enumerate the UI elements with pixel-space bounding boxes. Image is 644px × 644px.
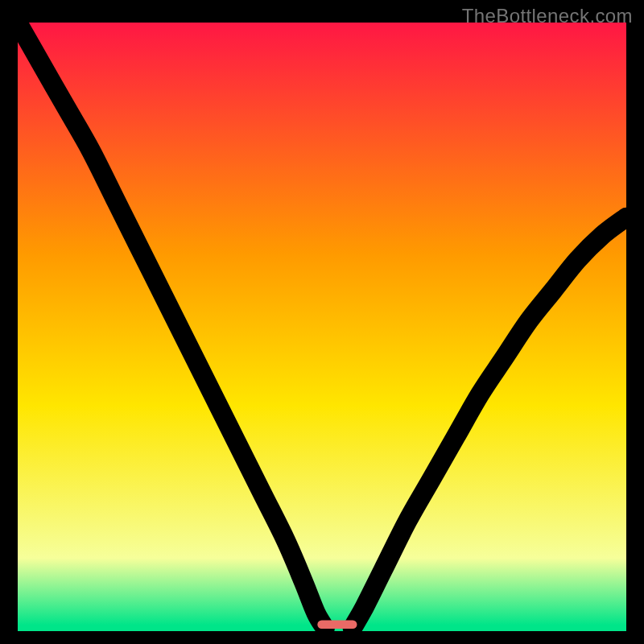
minimum-marker xyxy=(317,620,357,629)
chart-frame: TheBottleneck.com xyxy=(0,0,644,644)
plot-area xyxy=(18,23,626,631)
watermark-text: TheBottleneck.com xyxy=(462,5,633,27)
bottleneck-chart xyxy=(18,23,626,631)
